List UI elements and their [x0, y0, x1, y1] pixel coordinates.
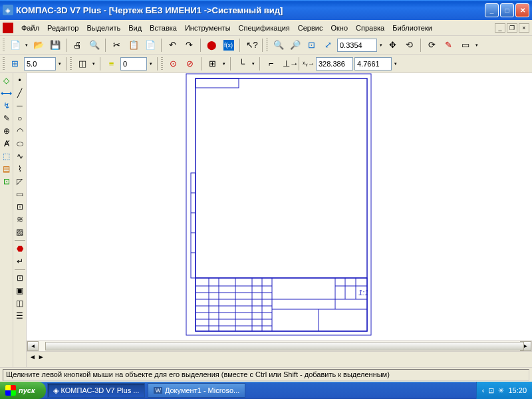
- svg-text:1:1: 1:1: [358, 289, 368, 297]
- tray-icon-1[interactable]: ⊡: [488, 386, 494, 395]
- tray-arrow-icon[interactable]: ‹: [482, 386, 485, 394]
- hatch-tool[interactable]: ▨: [14, 226, 26, 238]
- scroll-left[interactable]: ◄: [27, 341, 39, 351]
- menu-insert[interactable]: Вставка: [146, 23, 181, 33]
- spec-button[interactable]: ▤: [1, 163, 13, 175]
- symbols-button[interactable]: ↯: [1, 100, 13, 112]
- remember-tool[interactable]: ▣: [14, 285, 26, 297]
- variables-button[interactable]: f(x): [221, 38, 236, 53]
- collect-tool[interactable]: ⊡: [14, 201, 26, 213]
- copy-button[interactable]: 📋: [126, 38, 141, 53]
- step-input[interactable]: [24, 57, 56, 70]
- preview-button[interactable]: 🔍: [86, 38, 102, 53]
- status-text: Щелкните левой кнопкой мыши на объекте д…: [3, 369, 529, 381]
- zoom-window-button[interactable]: ⊡: [304, 38, 319, 53]
- zoom-fit-button[interactable]: ⤢: [321, 38, 336, 53]
- style-tool[interactable]: ☰: [14, 310, 26, 322]
- recall-tool[interactable]: ◫: [14, 297, 26, 309]
- snap-on-button[interactable]: ⊙: [166, 57, 181, 71]
- stop-tool[interactable]: ⬣: [14, 243, 26, 255]
- layers-button[interactable]: ≡: [104, 57, 119, 71]
- redraw-button[interactable]: ⟳: [424, 38, 440, 53]
- print-button[interactable]: 🖨: [70, 38, 85, 53]
- step-button[interactable]: ⊞: [7, 57, 23, 71]
- local-cs-button[interactable]: ⊥→: [280, 57, 295, 71]
- tray-icon-2[interactable]: ✳: [498, 386, 504, 395]
- chamfer-tool[interactable]: ◸: [14, 176, 26, 188]
- select-button[interactable]: ⬚: [1, 150, 13, 162]
- doc-icon: [3, 23, 13, 33]
- pan-button[interactable]: ✥: [385, 38, 400, 53]
- states-button[interactable]: ◫: [74, 57, 90, 71]
- layer-input[interactable]: [120, 57, 147, 70]
- maximize-button[interactable]: □: [500, 3, 514, 17]
- equidist-tool[interactable]: ≋: [14, 213, 26, 225]
- coord-x[interactable]: [316, 57, 353, 70]
- zoom-input[interactable]: [337, 39, 377, 52]
- menu-file[interactable]: Файл: [17, 23, 43, 33]
- taskbar-word[interactable]: W Документ1 - Microso...: [148, 383, 245, 398]
- mdi-close[interactable]: ×: [519, 23, 529, 33]
- system-tray[interactable]: ‹ ⊡ ✳ 15:20: [476, 382, 532, 399]
- paste-button[interactable]: 📄: [142, 38, 158, 53]
- ellipse-tool[interactable]: ⬭: [14, 138, 26, 150]
- mdi-minimize[interactable]: _: [495, 23, 505, 33]
- cursor-button[interactable]: ↖?: [243, 38, 259, 53]
- ortho-button[interactable]: └: [234, 57, 249, 71]
- measure-button[interactable]: Ⱥ: [1, 138, 13, 150]
- edit-button[interactable]: ✎: [1, 112, 13, 124]
- create-tool[interactable]: ↵: [14, 255, 26, 267]
- menu-edit[interactable]: Редактор: [43, 23, 82, 33]
- rect-tool[interactable]: ▭: [14, 188, 26, 200]
- h-scrollbar[interactable]: ◄ ►: [27, 340, 532, 352]
- mdi-restore[interactable]: ❐: [507, 23, 517, 33]
- undo-button[interactable]: ↶: [165, 38, 180, 53]
- drawing-canvas[interactable]: 1:1: [27, 73, 532, 340]
- zoom-in-button[interactable]: 🔍: [271, 38, 286, 53]
- auto-tool[interactable]: ⊡: [14, 272, 26, 284]
- properties-button[interactable]: ⬤: [204, 38, 219, 53]
- snap-off-button[interactable]: ⊘: [182, 57, 198, 71]
- close-button[interactable]: ✕: [515, 3, 529, 17]
- taskbar-kompas[interactable]: ◈ КОМПАС-3D V7 Plus ...: [47, 383, 146, 398]
- arc-tool[interactable]: ◠: [14, 125, 26, 137]
- segment-tool[interactable]: ─: [14, 100, 26, 112]
- params-button[interactable]: ⊕: [1, 125, 13, 137]
- new-button[interactable]: 📄: [7, 38, 23, 53]
- redo-button[interactable]: ↷: [182, 38, 197, 53]
- minimize-button[interactable]: _: [485, 3, 499, 17]
- menu-tools[interactable]: Инструменты: [181, 23, 235, 33]
- menu-spec[interactable]: Спецификация: [235, 23, 294, 33]
- menu-service[interactable]: Сервис: [294, 23, 327, 33]
- open-button[interactable]: 📂: [31, 38, 46, 53]
- zoom-prev-button[interactable]: ⟲: [402, 38, 417, 53]
- dimensions-button[interactable]: ⟷: [1, 87, 13, 99]
- menu-window[interactable]: Окно: [327, 23, 352, 33]
- save-button[interactable]: 💾: [47, 38, 63, 53]
- assoc-button[interactable]: ⊡: [1, 176, 13, 188]
- start-button[interactable]: пуск: [0, 382, 46, 399]
- spline-tool[interactable]: ∿: [14, 150, 26, 162]
- cut-button[interactable]: ✂: [109, 38, 124, 53]
- toolbar-current: ⊞ ▾ ◫▾ ≡ ▾ ⊙ ⊘ ⊞▾ └▾ ⌐ ⊥→ ᵡᵧ→ ▾: [0, 55, 532, 73]
- coord-y[interactable]: [354, 57, 392, 70]
- menu-select[interactable]: Выделить: [82, 23, 124, 33]
- rebuild-button[interactable]: ✎: [441, 38, 456, 53]
- circle-tool[interactable]: ○: [14, 112, 26, 124]
- menu-help[interactable]: Справка: [352, 23, 388, 33]
- sheet-nav[interactable]: ◄ ►: [27, 352, 532, 362]
- grid-button[interactable]: ⊞: [205, 57, 220, 71]
- clock[interactable]: 15:20: [508, 386, 527, 394]
- frame-button[interactable]: ▭: [458, 38, 473, 53]
- point-tool[interactable]: •: [14, 74, 26, 86]
- zoom-out-button[interactable]: 🔎: [287, 38, 303, 53]
- menu-view[interactable]: Вид: [124, 23, 146, 33]
- round-button[interactable]: ⌐: [263, 57, 279, 71]
- windows-logo-icon: [5, 385, 16, 396]
- menubar: Файл Редактор Выделить Вид Вставка Инстр…: [0, 20, 532, 36]
- bezier-tool[interactable]: ⌇: [14, 163, 26, 175]
- menu-libs[interactable]: Библиотеки: [388, 23, 436, 33]
- aux-line-tool[interactable]: ╱: [14, 87, 26, 99]
- geometry-button[interactable]: ◇: [1, 74, 13, 86]
- app-icon: ◈: [53, 386, 59, 395]
